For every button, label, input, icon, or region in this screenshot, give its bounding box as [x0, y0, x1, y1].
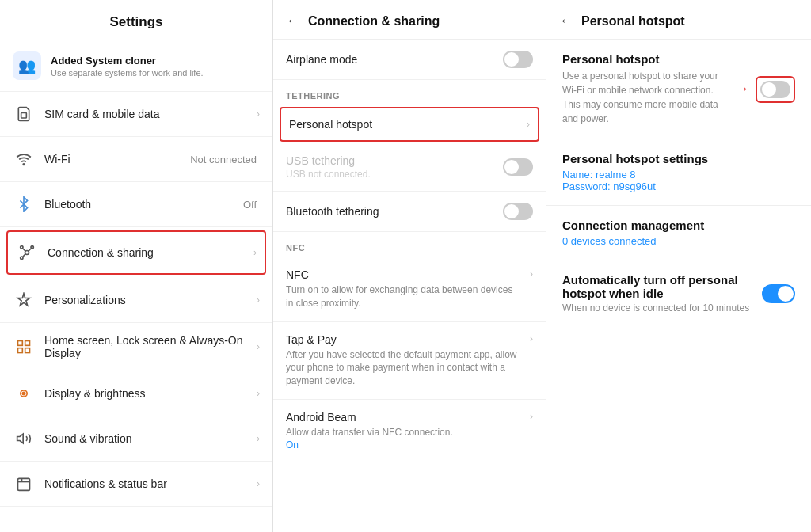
- sidebar-item-homescreen[interactable]: Home screen, Lock screen & Always-On Dis…: [0, 323, 272, 371]
- personal-hotspot-chevron: ›: [527, 119, 530, 130]
- connection-count[interactable]: 0 devices connected: [562, 235, 795, 247]
- android-beam-text: Android Beam Allow data transfer via NFC…: [286, 411, 522, 450]
- android-beam-label: Android Beam: [286, 411, 522, 424]
- hotspot-toggle-row: Personal hotspot Use a personal hotspot …: [562, 52, 795, 126]
- system-cloner-title: Added System cloner: [51, 55, 204, 66]
- tap-pay-right: ›: [530, 333, 533, 344]
- svg-rect-12: [25, 348, 30, 353]
- android-beam-item[interactable]: Android Beam Allow data transfer via NFC…: [273, 400, 546, 462]
- bluetooth-tethering-item[interactable]: Bluetooth tethering: [273, 192, 546, 232]
- hotspot-toggle-text: Personal hotspot Use a personal hotspot …: [562, 52, 725, 126]
- usb-tethering-item[interactable]: USB tethering USB not connected.: [273, 143, 546, 192]
- display-icon: [13, 382, 35, 405]
- hotspot-toggle-section: Personal hotspot Use a personal hotspot …: [546, 40, 811, 139]
- svg-rect-10: [25, 341, 30, 346]
- auto-turn-off-toggle[interactable]: [762, 284, 795, 303]
- sidebar-item-personalizations[interactable]: Personalizations›: [0, 278, 272, 323]
- hotspot-toggle[interactable]: [760, 81, 790, 98]
- personal-hotspot-label: Personal hotspot: [289, 118, 517, 131]
- auto-turn-off-desc: When no device is connected for 10 minut…: [562, 302, 752, 314]
- android-beam-status: On: [286, 439, 522, 450]
- tethering-label: TETHERING: [273, 80, 546, 105]
- system-cloner-text: Added System cloner Use separate systems…: [51, 55, 204, 78]
- settings-title: Settings: [0, 0, 272, 40]
- middle-panel-header: ← Connection & sharing: [273, 0, 546, 40]
- nfc-item-text: NFC Turn on to allow for exchanging data…: [286, 268, 522, 310]
- airplane-mode-item[interactable]: Airplane mode: [273, 40, 546, 80]
- svg-point-14: [22, 392, 25, 394]
- personalizations-icon: [13, 289, 35, 311]
- android-beam-chevron: ›: [530, 411, 533, 422]
- sidebar-item-display[interactable]: Display & brightness›: [0, 371, 272, 416]
- nfc-item[interactable]: NFC Turn on to allow for exchanging data…: [273, 257, 546, 322]
- sidebar-item-sim[interactable]: SIM card & mobile data›: [0, 92, 272, 137]
- airplane-mode-text: Airplane mode: [286, 53, 493, 66]
- bluetooth-icon: [13, 193, 35, 215]
- sound-icon: [13, 428, 35, 450]
- sidebar-item-display-label: Display & brightness: [44, 387, 247, 400]
- hotspot-password-label[interactable]: Password: n9sg96ut: [562, 180, 795, 192]
- left-panel: Settings 👥 Added System cloner Use separ…: [0, 0, 273, 532]
- svg-point-5: [21, 256, 23, 259]
- usb-tethering-toggle[interactable]: [503, 158, 533, 176]
- nfc-item-desc: Turn on to allow for exchanging data bet…: [286, 283, 522, 310]
- hotspot-toggle-area: →: [735, 76, 795, 103]
- airplane-mode-toggle[interactable]: [503, 51, 533, 68]
- tap-pay-item[interactable]: Tap & Pay After you have selected the de…: [273, 322, 546, 400]
- notifications-icon: [13, 473, 35, 495]
- hotspot-toggle-title: Personal hotspot: [562, 52, 725, 66]
- right-back-button[interactable]: ←: [559, 13, 573, 29]
- sidebar-item-notifications[interactable]: Notifications & status bar›: [0, 462, 272, 507]
- hotspot-name-label[interactable]: Name: realme 8: [562, 169, 795, 180]
- sidebar-item-notifications-chevron: ›: [257, 478, 260, 489]
- sidebar-item-sim-label: SIM card & mobile data: [44, 108, 247, 120]
- tap-pay-label: Tap & Pay: [286, 333, 522, 346]
- svg-rect-0: [21, 112, 27, 118]
- sidebar-item-sound-label: Sound & vibration: [44, 432, 247, 445]
- bluetooth-tethering-label: Bluetooth tethering: [286, 205, 493, 218]
- svg-rect-9: [18, 341, 23, 346]
- sidebar-item-bluetooth-value: Off: [243, 199, 257, 211]
- connection-management-section: Connection management 0 devices connecte…: [546, 206, 811, 260]
- sidebar-item-connection-label: Connection & sharing: [48, 246, 244, 259]
- tap-pay-desc: After you have selected the default paym…: [286, 348, 522, 388]
- sidebar-item-homescreen-label: Home screen, Lock screen & Always-On Dis…: [44, 334, 247, 359]
- sidebar-item-sound[interactable]: Sound & vibration›: [0, 416, 272, 462]
- airplane-mode-label: Airplane mode: [286, 53, 493, 66]
- personal-hotspot-item[interactable]: Personal hotspot ›: [280, 107, 539, 142]
- system-cloner-subtitle: Use separate systems for work and life.: [51, 68, 204, 78]
- sidebar-item-bluetooth[interactable]: BluetoothOff: [0, 182, 272, 227]
- hotspot-toggle-box[interactable]: [756, 76, 795, 103]
- personal-hotspot-text: Personal hotspot: [289, 118, 517, 131]
- nfc-right: ›: [530, 268, 533, 279]
- sidebar-item-personalizations-chevron: ›: [257, 294, 260, 306]
- svg-rect-11: [18, 348, 23, 353]
- bluetooth-tethering-toggle[interactable]: [503, 203, 533, 220]
- auto-turn-off-title: Automatically turn off personal hotspot …: [562, 273, 752, 300]
- middle-back-button[interactable]: ←: [286, 13, 300, 29]
- sidebar-item-display-chevron: ›: [257, 388, 260, 399]
- svg-line-6: [23, 249, 25, 251]
- right-panel: ← Personal hotspot Personal hotspot Use …: [546, 0, 811, 532]
- nfc-chevron: ›: [530, 268, 533, 279]
- wifi-icon: [13, 148, 35, 170]
- sidebar-item-homescreen-chevron: ›: [257, 341, 260, 352]
- sidebar-item-wifi-label: Wi-Fi: [44, 153, 181, 165]
- sidebar-item-wifi[interactable]: Wi-FiNot connected: [0, 137, 272, 182]
- sidebar-item-sound-chevron: ›: [257, 433, 260, 444]
- connection-management-title: Connection management: [562, 218, 795, 232]
- sim-icon: [13, 103, 35, 125]
- android-beam-right: ›: [530, 411, 533, 422]
- system-cloner-icon: 👥: [13, 51, 41, 80]
- svg-line-7: [29, 249, 31, 251]
- system-cloner-item[interactable]: 👥 Added System cloner Use separate syste…: [0, 40, 272, 92]
- red-arrow-icon: →: [735, 81, 749, 97]
- nfc-item-label: NFC: [286, 268, 522, 281]
- bluetooth-tethering-text: Bluetooth tethering: [286, 205, 493, 218]
- connection-icon: [16, 241, 38, 264]
- sidebar-item-connection-chevron: ›: [253, 247, 257, 258]
- left-nav-list: SIM card & mobile data›Wi-FiNot connecte…: [0, 92, 272, 507]
- sidebar-item-wifi-value: Not connected: [190, 154, 257, 165]
- sidebar-item-connection[interactable]: Connection & sharing›: [6, 230, 266, 275]
- svg-line-8: [23, 254, 25, 256]
